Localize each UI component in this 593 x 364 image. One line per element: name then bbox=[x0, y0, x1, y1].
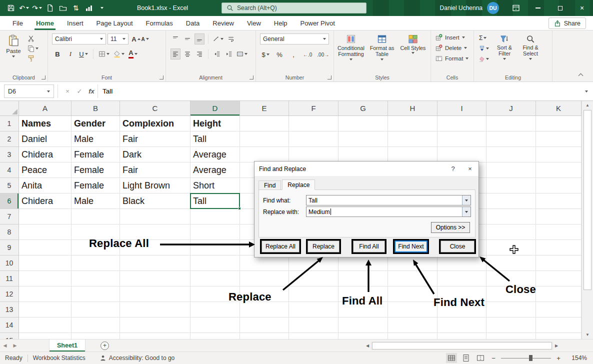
normal-view-button[interactable] bbox=[446, 353, 457, 363]
column-header-I[interactable]: I bbox=[438, 101, 486, 116]
tab-home[interactable]: Home bbox=[30, 16, 60, 30]
cell-I11[interactable] bbox=[438, 271, 486, 286]
row-header-8[interactable]: 8 bbox=[0, 224, 19, 240]
sort-filter-button[interactable]: Sort & Filter bbox=[492, 33, 518, 63]
find-what-dropdown-icon[interactable] bbox=[462, 196, 470, 205]
page-break-view-button[interactable] bbox=[475, 353, 486, 363]
cell-D1[interactable]: Height bbox=[190, 116, 240, 132]
page-layout-view-button[interactable] bbox=[460, 353, 472, 363]
cell-F15[interactable] bbox=[289, 333, 338, 339]
cell-J14[interactable] bbox=[486, 318, 536, 333]
tab-insert[interactable]: Insert bbox=[60, 16, 90, 30]
cell-A4[interactable]: Peace bbox=[19, 162, 72, 178]
cell-B5[interactable]: Female bbox=[72, 178, 120, 194]
increase-indent-button[interactable] bbox=[224, 49, 234, 59]
decrease-indent-button[interactable] bbox=[212, 49, 222, 59]
cell-K10[interactable] bbox=[536, 256, 582, 271]
cell-J3[interactable] bbox=[486, 147, 536, 162]
cell-I15[interactable] bbox=[438, 333, 486, 339]
chart-button[interactable] bbox=[83, 1, 95, 15]
accounting-format-button[interactable]: $ bbox=[261, 50, 270, 60]
clear-button[interactable] bbox=[479, 55, 489, 63]
italic-button[interactable]: I bbox=[66, 49, 75, 59]
cell-B7[interactable] bbox=[72, 209, 120, 224]
cell-E2[interactable] bbox=[240, 132, 289, 147]
cell-B13[interactable] bbox=[72, 302, 120, 318]
vertical-scroll-thumb[interactable] bbox=[584, 110, 592, 290]
cell-H1[interactable] bbox=[388, 116, 438, 132]
cell-J6[interactable] bbox=[486, 194, 536, 209]
cell-J13[interactable] bbox=[486, 302, 536, 318]
cell-J10[interactable] bbox=[486, 256, 536, 271]
align-top-button[interactable] bbox=[171, 34, 180, 44]
cell-K13[interactable] bbox=[536, 302, 582, 318]
borders-button[interactable] bbox=[98, 49, 110, 59]
cell-E11[interactable] bbox=[240, 271, 289, 286]
tab-view[interactable]: View bbox=[240, 16, 268, 30]
cell-D5[interactable]: Short bbox=[190, 178, 240, 194]
column-header-H[interactable]: H bbox=[388, 101, 438, 116]
autosum-button[interactable]: Σ bbox=[479, 34, 489, 42]
cell-G2[interactable] bbox=[338, 132, 388, 147]
cell-J1[interactable] bbox=[486, 116, 536, 132]
sheet-nav-left-icon[interactable]: ◀ bbox=[0, 343, 10, 348]
cell-F11[interactable] bbox=[289, 271, 338, 286]
find-all-button[interactable]: Find All bbox=[353, 240, 385, 252]
cell-G15[interactable] bbox=[338, 333, 388, 339]
column-header-F[interactable]: F bbox=[289, 101, 338, 116]
cell-J2[interactable] bbox=[486, 132, 536, 147]
share-button[interactable]: Share bbox=[548, 18, 586, 29]
cell-E10[interactable] bbox=[240, 256, 289, 271]
scroll-right-icon[interactable]: ▶ bbox=[553, 344, 560, 348]
tab-power-pivot[interactable]: Power Pivot bbox=[294, 16, 342, 30]
dialog-close-button[interactable]: × bbox=[462, 162, 478, 176]
cell-H10[interactable] bbox=[388, 256, 438, 271]
row-header-11[interactable]: 11 bbox=[0, 271, 19, 286]
zoom-percentage[interactable]: 154% bbox=[566, 354, 587, 362]
open-file-button[interactable] bbox=[57, 1, 69, 15]
cell-H2[interactable] bbox=[388, 132, 438, 147]
cell-A3[interactable]: Chidera bbox=[19, 147, 72, 162]
cell-C6[interactable]: Black bbox=[120, 194, 190, 209]
sheet-tab-sheet1[interactable]: Sheet1 bbox=[49, 340, 86, 352]
horizontal-scroll-thumb[interactable] bbox=[372, 342, 552, 350]
cell-B15[interactable] bbox=[72, 333, 120, 339]
orientation-button[interactable] bbox=[212, 34, 224, 44]
cell-A12[interactable] bbox=[19, 286, 72, 302]
zoom-slider[interactable] bbox=[501, 354, 551, 362]
cell-D14[interactable] bbox=[190, 318, 240, 333]
column-header-K[interactable]: K bbox=[536, 101, 582, 116]
fill-button[interactable] bbox=[479, 44, 489, 52]
cell-K12[interactable] bbox=[536, 286, 582, 302]
ribbon-display-options-button[interactable] bbox=[505, 0, 527, 16]
maximize-button[interactable] bbox=[549, 0, 571, 16]
workbook-statistics-button[interactable]: Workbook Statistics bbox=[33, 354, 88, 362]
align-bottom-button[interactable] bbox=[195, 34, 204, 44]
cell-F14[interactable] bbox=[289, 318, 338, 333]
expand-formula-bar-button[interactable] bbox=[580, 82, 593, 100]
tab-review[interactable]: Review bbox=[206, 16, 240, 30]
cell-K3[interactable] bbox=[536, 147, 582, 162]
cell-D4[interactable]: Average bbox=[190, 162, 240, 178]
percent-style-button[interactable]: % bbox=[275, 50, 284, 60]
cell-I3[interactable] bbox=[438, 147, 486, 162]
cell-H15[interactable] bbox=[388, 333, 438, 339]
cell-J4[interactable] bbox=[486, 162, 536, 178]
decrease-font-size-button[interactable]: A bbox=[140, 34, 150, 44]
row-header-9[interactable]: 9 bbox=[0, 240, 19, 256]
column-header-J[interactable]: J bbox=[486, 101, 536, 116]
format-painter-button[interactable] bbox=[28, 55, 38, 62]
cell-D3[interactable]: Average bbox=[190, 147, 240, 162]
cell-G3[interactable] bbox=[338, 147, 388, 162]
sheet-nav-right-icon[interactable]: ▶ bbox=[10, 343, 20, 348]
cell-C12[interactable] bbox=[120, 286, 190, 302]
cell-A11[interactable] bbox=[19, 271, 72, 286]
row-header-14[interactable]: 14 bbox=[0, 318, 19, 333]
dialog-help-button[interactable]: ? bbox=[444, 162, 462, 176]
enter-button[interactable]: ✓ bbox=[74, 82, 86, 100]
cell-J7[interactable] bbox=[486, 209, 536, 224]
dialog-tab-find[interactable]: Find bbox=[258, 180, 281, 190]
column-header-C[interactable]: C bbox=[120, 101, 190, 116]
replace-all-button[interactable]: Replace All bbox=[262, 240, 300, 252]
cell-F2[interactable] bbox=[289, 132, 338, 147]
